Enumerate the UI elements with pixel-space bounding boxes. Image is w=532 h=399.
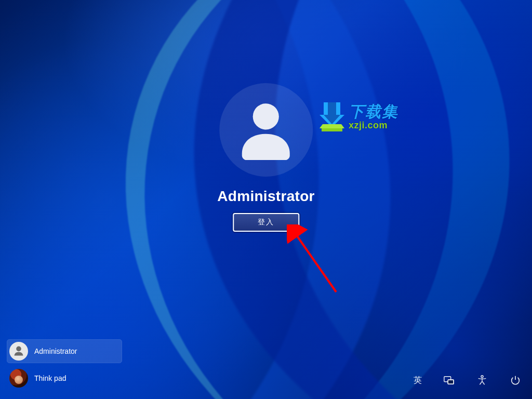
download-arrow-icon <box>320 101 344 132</box>
svg-point-4 <box>253 103 279 129</box>
user-icon <box>238 100 293 160</box>
svg-marker-3 <box>320 124 344 128</box>
power-icon[interactable] <box>507 372 524 389</box>
watermark-logo: 下载集 xzji.com <box>320 101 398 132</box>
watermark-title-cn: 下载集 <box>349 104 398 119</box>
network-icon[interactable] <box>441 372 457 389</box>
user-switch-label: Administrator <box>34 347 77 355</box>
user-avatar-small <box>9 369 28 388</box>
signin-button[interactable]: 登入 <box>233 213 299 232</box>
system-tray: 英 <box>411 372 524 389</box>
svg-line-6 <box>294 232 336 292</box>
user-switch-label: Think pad <box>34 374 66 382</box>
user-avatar-small <box>9 342 28 361</box>
login-panel: Administrator 登入 <box>217 83 314 232</box>
login-username: Administrator <box>217 188 314 205</box>
background-bloom <box>0 0 416 399</box>
background-bloom <box>126 0 532 399</box>
svg-point-7 <box>16 347 21 352</box>
annotation-arrow <box>287 224 344 297</box>
user-switch-thinkpad[interactable]: Think pad <box>7 367 122 390</box>
user-switch-administrator[interactable]: Administrator <box>7 340 122 363</box>
user-switcher: Administrator Think pad <box>7 340 122 390</box>
user-icon <box>14 345 24 357</box>
svg-marker-1 <box>324 102 340 124</box>
svg-point-11 <box>481 376 483 378</box>
svg-rect-2 <box>322 128 342 131</box>
watermark-title-en: xzji.com <box>349 121 398 130</box>
svg-rect-9 <box>448 380 454 384</box>
svg-marker-0 <box>320 102 344 127</box>
ime-indicator[interactable]: 英 <box>411 372 424 389</box>
accessibility-icon[interactable] <box>474 372 490 389</box>
user-avatar <box>219 83 313 177</box>
